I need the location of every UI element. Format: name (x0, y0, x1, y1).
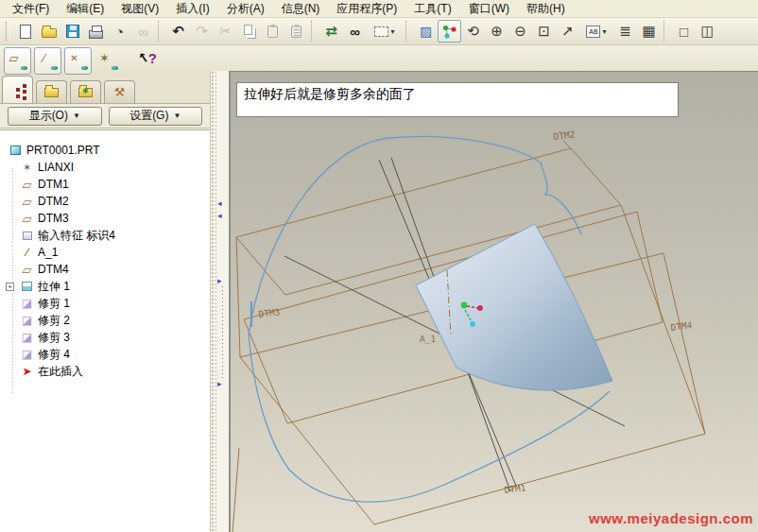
layers-button[interactable]: ≣ (613, 20, 637, 43)
menu-tools[interactable]: 工具(T) (405, 0, 459, 19)
spin-center-icon (441, 24, 457, 40)
datum-plane-icon: ▱ (21, 195, 33, 209)
datum-display-toolbar: ▱ ∕ ✕ ✶ ↖ ? (0, 45, 758, 71)
model-viewport[interactable]: DTM2 DTM3 DTM4 DTM1 A_1 拉伸好后就是修剪多余的面了 ww… (230, 71, 758, 532)
connections-tab[interactable]: ⚒ (104, 80, 135, 103)
expand-right-icon[interactable]: ▸ (217, 277, 222, 285)
menu-edit[interactable]: 编辑(E) (58, 0, 112, 19)
paste-button[interactable] (261, 20, 284, 43)
tree-toolbar: 显示(O) ▼ 设置(G) ▼ (0, 104, 210, 129)
menu-window[interactable]: 窗口(W) (460, 0, 518, 19)
toolbar-separator (158, 21, 164, 42)
zoom-in-button[interactable]: ⊕ (485, 20, 508, 43)
sash-drag-handle[interactable] (222, 286, 223, 379)
regenerate-button[interactable]: ⇄ (319, 20, 343, 43)
spin-center-green-dot (461, 302, 468, 309)
clipboard-list-icon (291, 26, 301, 38)
toolbar-grip[interactable] (6, 22, 10, 41)
hidden-line-button[interactable]: ◫ (696, 20, 719, 43)
menu-file[interactable]: 文件(F) (4, 0, 58, 19)
tree-item-dtm2[interactable]: ▱DTM2 (0, 193, 210, 210)
reorient-icon: ↗ (561, 23, 574, 40)
zoom-out-button[interactable]: ⊖ (508, 20, 532, 43)
menu-help[interactable]: 帮助(H) (518, 0, 574, 19)
favorites-tab[interactable]: ∗ (70, 80, 101, 103)
axis-icon: ∕ (21, 246, 33, 259)
chevron-down-icon: ▼ (73, 112, 80, 120)
menu-view[interactable]: 视图(V) (112, 0, 167, 19)
reorient-button[interactable]: ↗ (556, 20, 579, 43)
tree-item-import-feature[interactable]: 输入特征 标识4 (0, 227, 210, 244)
axis-display-toggle[interactable]: ∕ (34, 47, 61, 75)
collapse-left-icon[interactable]: ◂ (217, 212, 222, 220)
new-button[interactable] (13, 20, 37, 43)
model-player-button[interactable]: ◔ (108, 20, 131, 43)
link-icon: ∞ (138, 24, 148, 40)
point-display-toggle[interactable]: ✕ (64, 47, 92, 75)
saved-views-icon: AB (586, 26, 600, 38)
link-button[interactable]: ∞ (131, 20, 155, 43)
wireframe-cube-icon: □ (680, 24, 688, 40)
save-button[interactable] (60, 20, 84, 43)
scissors-icon: ✂ (219, 23, 232, 40)
zoom-out-icon: ⊖ (514, 23, 526, 40)
copy-pages-icon (244, 25, 252, 35)
collapse-left-icon[interactable]: ◂ (217, 199, 222, 208)
cut-button[interactable]: ✂ (214, 20, 237, 43)
open-button[interactable] (37, 20, 60, 43)
tree-item-dtm1[interactable]: ▱DTM1 (0, 176, 210, 193)
spin-center-toggle[interactable] (438, 20, 461, 43)
tree-item-axis[interactable]: ∕A_1 (0, 244, 210, 261)
folder-browser-tab[interactable] (36, 80, 67, 103)
model-scene: DTM2 DTM3 DTM4 DTM1 A_1 (231, 72, 758, 532)
context-help-button[interactable]: ↖ ? (138, 50, 157, 66)
tree-item-trim3[interactable]: ◪修剪 3 (0, 329, 210, 346)
tree-item-csys[interactable]: ✶LIANXI (0, 159, 210, 176)
expand-right-icon[interactable]: ▸ (217, 380, 222, 388)
open-folder-icon (42, 28, 57, 38)
chevron-down-icon: ▾ (602, 27, 606, 36)
message-box: 拉伸好后就是修剪多余的面了 (236, 82, 679, 117)
print-button[interactable] (84, 20, 108, 43)
model-tree-tab[interactable] (2, 76, 33, 103)
panel-splitter[interactable]: ◂ ◂ ▸ ▸ (210, 71, 230, 532)
tree-item-root[interactable]: PRT0001.PRT (0, 142, 210, 159)
tree-item-trim1[interactable]: ◪修剪 1 (0, 295, 210, 312)
tree-item-dtm4[interactable]: ▱DTM4 (0, 261, 210, 278)
menu-insert[interactable]: 插入(I) (167, 0, 217, 19)
clock-icon: ◔ (115, 24, 124, 40)
display-dropdown-button[interactable]: 显示(O) ▼ (8, 107, 102, 126)
tree-item-extrude[interactable]: +拉伸 1 (0, 278, 210, 295)
trim-icon: ◪ (21, 348, 33, 361)
point-icon: ✕ (70, 53, 78, 63)
repaint-button[interactable]: ▨ (414, 20, 438, 43)
zoom-in-icon: ⊕ (491, 23, 503, 40)
expand-plus-icon[interactable]: + (6, 283, 14, 291)
tree-item-trim2[interactable]: ◪修剪 2 (0, 312, 210, 329)
tree-item-trim4[interactable]: ◪修剪 4 (0, 346, 210, 363)
view-manager-button[interactable]: ▦ (637, 20, 661, 43)
orient-mode-button[interactable]: ⟲ (461, 20, 485, 43)
paste-special-button[interactable] (284, 20, 308, 43)
redo-button[interactable]: ↷ (190, 20, 214, 43)
datum-plane-icon: ▱ (9, 51, 19, 65)
csys-display-toggle[interactable]: ✶ (95, 47, 122, 75)
selection-filter-dropdown[interactable]: ▾ (367, 20, 403, 43)
wireframe-button[interactable]: □ (672, 20, 696, 43)
trimmed-surface[interactable] (416, 224, 612, 390)
tree-item-dtm3[interactable]: ▱DTM3 (0, 210, 210, 227)
settings-dropdown-button[interactable]: 设置(G) ▼ (109, 107, 203, 126)
menu-analysis[interactable]: 分析(A) (218, 0, 273, 19)
view-manager-icon: ▦ (642, 23, 655, 40)
menu-applications[interactable]: 应用程序(P) (328, 0, 405, 19)
find-button[interactable]: ∞ (343, 20, 367, 43)
copy-button[interactable] (237, 20, 261, 43)
saved-views-button[interactable]: AB▾ (579, 20, 613, 43)
navigator-tabs: ∗ ⚒ (0, 71, 210, 104)
undo-button[interactable]: ↶ (166, 20, 190, 43)
dtm2-label: DTM2 (553, 129, 576, 142)
datum-plane-display-toggle[interactable]: ▱ (4, 47, 31, 75)
tree-item-insert-here[interactable]: ➤在此插入 (0, 363, 210, 380)
refit-button[interactable]: ⊡ (532, 20, 556, 43)
menu-info[interactable]: 信息(N) (273, 0, 329, 19)
